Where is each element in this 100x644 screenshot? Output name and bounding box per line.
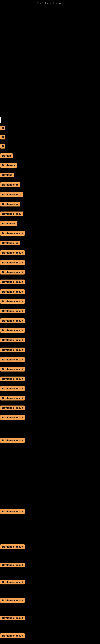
- bottleneck-result-label: Bottleneck resu: [0, 192, 23, 197]
- bottleneck-result-label: Bottleneck result: [0, 598, 25, 603]
- bottleneck-result-label: Bottleneck result: [0, 309, 25, 313]
- bottleneck-result-label: Bottleneck result: [0, 260, 25, 265]
- bottleneck-result-label: Bottleneck result: [0, 386, 25, 391]
- bottleneck-result-label: Bottleneck result: [0, 348, 25, 352]
- bottleneck-result-label: Bottleneck result: [0, 299, 25, 304]
- bottleneck-result-label: Bottleneck result: [0, 563, 25, 567]
- bottleneck-result-label: Bottleneck result: [0, 290, 25, 294]
- bottleneck-result-label: B: [0, 144, 5, 148]
- bottleneck-result-label: Bottleneck: [0, 221, 17, 226]
- bottleneck-result-label: Bottleneck result: [0, 438, 25, 443]
- bottleneck-result-label: Bottleneck result: [0, 544, 25, 549]
- text-cursor: [0, 117, 1, 123]
- bottleneck-result-label: Bottleneck result: [0, 318, 25, 323]
- bottleneck-result-label: Bottleneck result: [0, 376, 25, 381]
- bottleneck-result-label: Bottleneck re: [0, 202, 20, 206]
- site-title: TheBottlenecker.com: [37, 2, 63, 5]
- bottleneck-result-label: Bottleneck result: [0, 231, 25, 236]
- bottleneck-result-label: Bottleneck result: [0, 270, 25, 274]
- bottleneck-result-label: Bottleneck re: [0, 241, 20, 245]
- bottleneck-result-label: B: [0, 126, 5, 130]
- bottleneck-result-label: Bottleneck result: [0, 338, 25, 342]
- bottleneck-result-label: Bottleneck result: [0, 250, 25, 255]
- bottleneck-result-label: Bottleneck result: [0, 396, 25, 400]
- bottleneck-result-label: Bottleneck result: [0, 328, 25, 333]
- bottleneck-result-label: Bottleneck result: [0, 406, 25, 410]
- bottleneck-result-label: Bottlene: [0, 173, 14, 177]
- bottleneck-result-label: Bottleneck: [0, 163, 17, 168]
- bottleneck-result-label: Bottleneck result: [0, 616, 25, 620]
- bottleneck-result-label: Bottleneck result: [0, 509, 25, 514]
- bottleneck-result-label: B: [0, 135, 5, 140]
- bottleneck-result-label: Bottleneck re: [0, 182, 20, 187]
- bottleneck-result-label: Bottleneck result: [0, 415, 25, 420]
- bottleneck-result-label: Bottleneck result: [0, 633, 25, 638]
- bottleneck-result-label: Bottleneck result: [0, 580, 25, 584]
- bottleneck-result-label: Bottlen: [0, 153, 13, 158]
- bottleneck-result-label: Bottleneck result: [0, 367, 25, 372]
- bottleneck-result-label: Bottleneck result: [0, 357, 25, 362]
- bottleneck-result-label: Bottleneck result: [0, 280, 25, 284]
- bottleneck-result-label: Bottleneck resu: [0, 212, 23, 216]
